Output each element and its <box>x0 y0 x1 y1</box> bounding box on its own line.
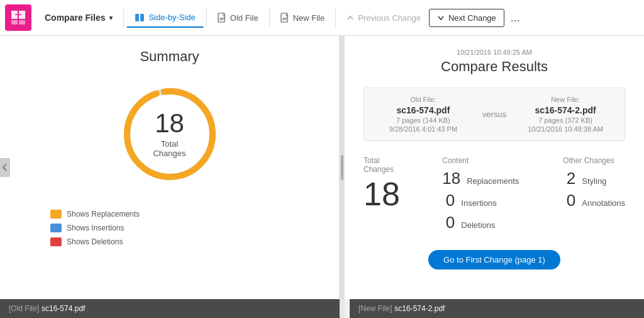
compare-files-label: Compare Files <box>45 13 105 23</box>
side-by-side-icon <box>135 13 145 23</box>
bottom-new-file-name: sc16-574-2.pdf <box>394 304 445 313</box>
toolbar-divider-2 <box>206 8 207 27</box>
old-file-pages: 7 pages (144 KB) <box>377 116 470 124</box>
svg-rect-5 <box>140 14 144 21</box>
compare-results-title: Compare Results <box>364 59 625 75</box>
insertions-label: Insertions <box>461 198 496 208</box>
collapse-left-button[interactable] <box>0 158 10 177</box>
legend-replacements: Shows Replacements <box>50 210 140 219</box>
legend-deletions: Shows Deletions <box>50 237 140 246</box>
side-by-side-label: Side-by-Side <box>148 13 195 22</box>
svg-rect-3 <box>19 20 25 25</box>
deletions-label: Deletions <box>461 220 495 230</box>
next-change-icon <box>437 14 445 21</box>
annotations-label: Annotations <box>582 198 625 208</box>
new-file-icon <box>280 13 289 23</box>
stats-row: Total Changes 18 Content 18 Replacements… <box>364 156 625 232</box>
previous-change-icon <box>347 14 354 21</box>
deletions-stat-line: 0 Deletions <box>442 213 519 232</box>
old-file-name: sc16-574.pdf <box>377 105 470 115</box>
right-panel: 10/21/2016 10:49:25 AM Compare Results O… <box>345 36 644 299</box>
toolbar: Compare Files ▼ Side-by-Side Old File Ne… <box>0 0 644 36</box>
old-file-button[interactable]: Old File <box>209 8 267 27</box>
other-changes-stat: Other Changes 2 Styling 0 Annotations <box>563 156 625 232</box>
total-changes-stat-label: Total Changes <box>364 156 411 174</box>
more-icon: ... <box>511 11 520 25</box>
content-stat: Content 18 Replacements 0 Insertions 0 D… <box>442 156 519 232</box>
bottom-bar: [Old File] sc16-574.pdf [New File] sc16-… <box>0 299 644 318</box>
content-lines: 18 Replacements 0 Insertions 0 Deletions <box>442 169 519 232</box>
insertions-color-swatch <box>50 224 62 232</box>
other-lines: 2 Styling 0 Annotations <box>563 169 625 210</box>
bottom-bar-old-file: [Old File] sc16-574.pdf <box>0 299 340 318</box>
svg-rect-4 <box>135 14 139 21</box>
total-changes-chart: 18 Total Changes <box>119 84 220 185</box>
toolbar-divider-1 <box>123 8 124 27</box>
insertions-legend-label: Shows Insertions <box>67 224 124 232</box>
chevron-down-icon: ▼ <box>108 14 114 21</box>
versus-label: versus <box>476 110 513 119</box>
replacements-stat-line: 18 Replacements <box>442 169 519 188</box>
previous-change-label: Previous Change <box>358 13 421 23</box>
old-file-icon <box>218 13 226 23</box>
old-file-label: Old File <box>230 13 258 23</box>
new-file-tag: [New File] <box>358 304 392 313</box>
more-options-button[interactable]: ... <box>504 8 526 28</box>
deletions-num: 0 <box>442 213 455 232</box>
circle-text: 18 Total Changes <box>145 110 195 158</box>
new-file-label: New File <box>293 13 325 23</box>
old-file-date: 9/28/2016 4:01:43 PM <box>377 125 470 133</box>
new-file-label: New File: <box>519 96 612 103</box>
splitter-handle <box>341 155 343 180</box>
total-changes-number: 18 <box>145 110 195 137</box>
new-file-pages: 7 pages (372 KB) <box>519 116 612 124</box>
compare-files-menu[interactable]: Compare Files ▼ <box>38 8 121 27</box>
new-file-date: 10/21/2016 10:48:38 AM <box>519 125 612 133</box>
replacements-num: 18 <box>442 169 460 188</box>
old-file-tag: [Old File] <box>9 304 39 313</box>
app-icon <box>5 4 31 31</box>
panel-splitter[interactable] <box>340 36 345 299</box>
summary-title: Summary <box>140 48 199 65</box>
total-changes-stat-value: 18 <box>364 178 411 210</box>
styling-label: Styling <box>582 176 606 186</box>
toolbar-divider-4 <box>335 8 336 27</box>
svg-rect-2 <box>11 20 18 25</box>
content-label: Content <box>442 156 519 165</box>
go-to-first-change-button[interactable]: Go to First Change (page 1) <box>428 250 560 270</box>
old-file-label: Old File: <box>377 96 470 103</box>
bottom-old-file-name: sc16-574.pdf <box>42 304 85 313</box>
replacements-legend-label: Shows Replacements <box>67 210 140 219</box>
annotations-stat-line: 0 Annotations <box>563 191 625 210</box>
old-file-info: Old File: sc16-574.pdf 7 pages (144 KB) … <box>377 96 470 133</box>
deletions-color-swatch <box>50 237 62 246</box>
annotations-num: 0 <box>563 191 575 210</box>
legend: Shows Replacements Shows Insertions Show… <box>50 210 140 246</box>
legend-insertions: Shows Insertions <box>50 224 140 232</box>
insertions-num: 0 <box>442 191 455 210</box>
new-file-button[interactable]: New File <box>272 8 333 27</box>
toolbar-divider-3 <box>269 8 270 27</box>
deletions-legend-label: Shows Deletions <box>67 237 123 246</box>
files-comparison: Old File: sc16-574.pdf 7 pages (144 KB) … <box>364 88 625 141</box>
main-content: Summary 18 Total Changes Shows Replaceme… <box>0 36 644 299</box>
next-change-button[interactable]: Next Change <box>429 9 504 27</box>
total-changes-label: Total Changes <box>145 139 195 158</box>
new-file-name: sc16-574-2.pdf <box>519 105 612 115</box>
compare-date: 10/21/2016 10:49:25 AM <box>364 48 625 56</box>
previous-change-button[interactable]: Previous Change <box>338 9 429 27</box>
next-change-label: Next Change <box>448 13 496 23</box>
side-by-side-button[interactable]: Side-by-Side <box>126 8 203 28</box>
insertions-stat-line: 0 Insertions <box>442 191 519 210</box>
other-changes-label: Other Changes <box>563 156 625 165</box>
total-changes-stat: Total Changes 18 <box>364 156 411 232</box>
bottom-bar-new-file: [New File] sc16-574-2.pdf <box>350 299 644 318</box>
styling-num: 2 <box>563 169 575 188</box>
left-arrow-icon <box>3 164 8 171</box>
replacements-color-swatch <box>50 210 62 219</box>
replacements-label: Replacements <box>467 176 519 186</box>
left-panel: Summary 18 Total Changes Shows Replaceme… <box>0 36 340 299</box>
styling-stat-line: 2 Styling <box>563 169 625 188</box>
new-file-info: New File: sc16-574-2.pdf 7 pages (372 KB… <box>519 96 612 133</box>
svg-point-14 <box>167 88 173 94</box>
